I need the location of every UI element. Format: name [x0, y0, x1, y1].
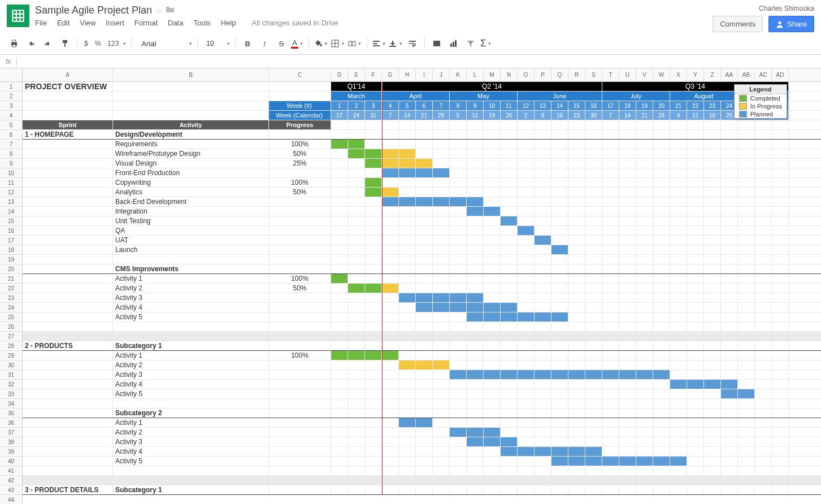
row-header-15[interactable]: 15: [0, 216, 22, 226]
gantt-bar[interactable]: [450, 370, 467, 379]
menu-insert[interactable]: Insert: [106, 19, 124, 27]
gantt-bar[interactable]: [518, 370, 535, 379]
gantt-bar[interactable]: [399, 197, 416, 206]
strikethrough-button[interactable]: S: [274, 36, 289, 51]
col-header-T[interactable]: T: [602, 68, 619, 81]
row-header-44[interactable]: 44: [0, 495, 22, 504]
insert-chart-button[interactable]: [446, 36, 461, 51]
gantt-bar[interactable]: [670, 380, 687, 389]
sprint-cell[interactable]: [23, 312, 113, 321]
gantt-bar[interactable]: [416, 293, 433, 302]
activity-cell[interactable]: [113, 466, 269, 475]
col-header-R[interactable]: R: [568, 68, 585, 81]
activity-cell[interactable]: Wireframe/Prototype Design: [113, 149, 269, 158]
sprint-cell[interactable]: [23, 370, 113, 379]
sprint-cell[interactable]: [23, 437, 113, 446]
col-header-Z[interactable]: Z: [704, 68, 721, 81]
sprint-cell[interactable]: [23, 168, 113, 177]
activity-cell[interactable]: Front-End Production: [113, 168, 269, 177]
gantt-bar[interactable]: [551, 447, 568, 456]
row-header-2[interactable]: 2: [0, 92, 22, 101]
progress-cell[interactable]: 50%: [269, 149, 331, 158]
gantt-bar[interactable]: [382, 188, 399, 197]
gantt-bar[interactable]: [399, 149, 416, 158]
progress-cell[interactable]: [269, 341, 331, 350]
select-all-corner[interactable]: [0, 68, 22, 82]
gantt-bar[interactable]: [382, 197, 399, 206]
progress-cell[interactable]: [269, 264, 331, 273]
gantt-bar[interactable]: [467, 428, 484, 437]
activity-cell[interactable]: Subcategory 1: [113, 485, 269, 494]
col-header-P[interactable]: P: [535, 68, 551, 81]
activity-cell[interactable]: Activity 1: [113, 351, 269, 360]
sprint-cell[interactable]: [23, 409, 113, 418]
sprint-cell[interactable]: [23, 399, 113, 408]
progress-cell[interactable]: 100%: [269, 351, 331, 360]
gantt-bar[interactable]: [551, 370, 568, 379]
activity-cell[interactable]: Back-End Development: [113, 197, 269, 206]
row-header-24[interactable]: 24: [0, 303, 22, 312]
gantt-bar[interactable]: [450, 293, 467, 302]
gantt-bar[interactable]: [568, 457, 585, 466]
star-icon[interactable]: ☆: [155, 6, 162, 15]
user-name[interactable]: Charles Shimooka: [759, 5, 814, 12]
gantt-bar[interactable]: [653, 457, 670, 466]
gantt-bar[interactable]: [365, 284, 382, 293]
gantt-bar[interactable]: [416, 159, 433, 168]
col-header-F[interactable]: F: [365, 68, 382, 81]
sprint-cell[interactable]: [23, 207, 113, 216]
sprint-cell[interactable]: [23, 360, 113, 370]
row-header-35[interactable]: 35: [0, 409, 22, 418]
col-header-G[interactable]: G: [382, 68, 399, 81]
col-header-E[interactable]: E: [348, 68, 365, 81]
progress-cell[interactable]: [269, 447, 331, 456]
activity-cell[interactable]: Activity 3: [113, 370, 269, 379]
row-header-13[interactable]: 13: [0, 197, 22, 207]
progress-cell[interactable]: [269, 236, 331, 245]
row-header-40[interactable]: 40: [0, 457, 22, 466]
sprint-cell[interactable]: [23, 236, 113, 245]
sprint-cell[interactable]: [23, 303, 113, 312]
text-color-button[interactable]: A▼: [291, 38, 304, 49]
progress-cell[interactable]: [269, 380, 331, 389]
activity-cell[interactable]: Copywriting: [113, 178, 269, 187]
progress-cell[interactable]: [269, 360, 331, 370]
document-title[interactable]: Sample Agile Project Plan: [35, 5, 152, 16]
menu-format[interactable]: Format: [134, 19, 158, 27]
activity-cell[interactable]: Design/Development: [113, 130, 269, 139]
progress-cell[interactable]: [269, 485, 331, 494]
gantt-bar[interactable]: [602, 457, 619, 466]
gantt-bar[interactable]: [348, 284, 365, 293]
gantt-bar[interactable]: [501, 447, 518, 456]
gantt-bar[interactable]: [585, 457, 602, 466]
gantt-bar[interactable]: [721, 389, 738, 398]
insert-link-button[interactable]: [429, 36, 444, 51]
gantt-bar[interactable]: [467, 197, 484, 206]
gantt-bar[interactable]: [331, 351, 348, 360]
col-header-D[interactable]: D: [331, 68, 348, 81]
sprint-cell[interactable]: [23, 149, 113, 158]
col-header-S[interactable]: S: [585, 68, 602, 81]
gantt-bar[interactable]: [433, 360, 450, 370]
row-header-19[interactable]: 19: [0, 255, 22, 264]
grid-body[interactable]: Legend CompletedIn ProgressPlanned PROJE…: [23, 82, 821, 495]
col-header-J[interactable]: J: [433, 68, 450, 81]
row-header-29[interactable]: 29: [0, 351, 22, 360]
gantt-bar[interactable]: [365, 178, 382, 187]
sprint-cell[interactable]: [23, 293, 113, 302]
row-header-12[interactable]: 12: [0, 188, 22, 197]
gantt-bar[interactable]: [518, 226, 535, 235]
gantt-bar[interactable]: [365, 351, 382, 360]
gantt-bar[interactable]: [399, 360, 416, 370]
progress-cell[interactable]: [269, 207, 331, 216]
progress-cell[interactable]: [269, 255, 331, 264]
row-header-31[interactable]: 31: [0, 370, 22, 380]
gantt-bar[interactable]: [619, 370, 636, 379]
sheets-logo[interactable]: [7, 5, 29, 27]
row-header-1[interactable]: 1: [0, 82, 22, 92]
gantt-bar[interactable]: [501, 312, 518, 321]
row-header-3[interactable]: 3: [0, 101, 22, 111]
progress-cell[interactable]: 50%: [269, 284, 331, 293]
activity-cell[interactable]: Visual Design: [113, 159, 269, 168]
gantt-bar[interactable]: [467, 303, 484, 312]
